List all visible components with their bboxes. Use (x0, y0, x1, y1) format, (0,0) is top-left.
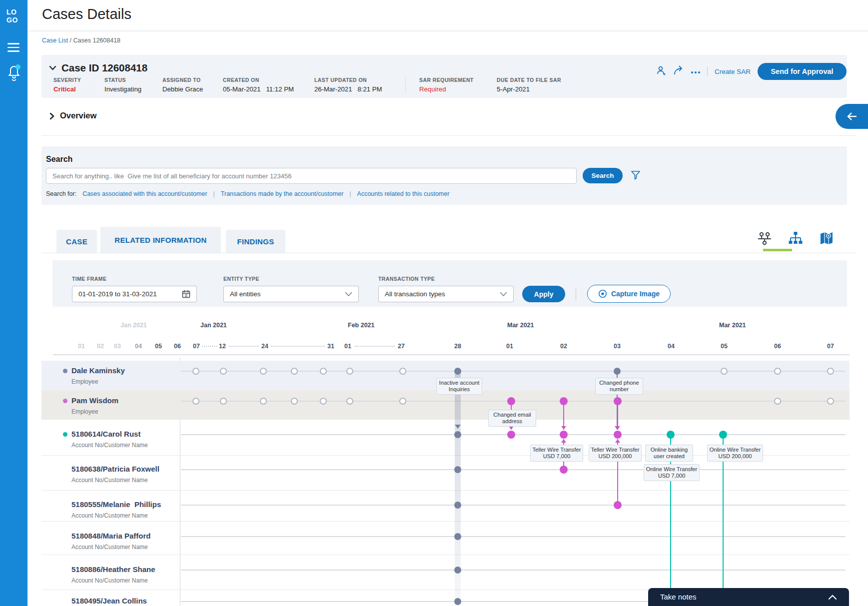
timeline-event-dot[interactable] (454, 502, 461, 509)
timeline-event-dot[interactable] (454, 533, 461, 540)
timeline-row-divider (41, 521, 850, 522)
timeline-event-dot[interactable] (507, 431, 515, 439)
axis-day-tick: 06 (774, 343, 781, 350)
timeline-marker[interactable] (320, 368, 327, 375)
entity-name[interactable]: 5180638/Patricia Foxwell (71, 465, 159, 473)
send-for-approval-button[interactable]: Send for Approval (758, 63, 847, 80)
timeline-marker[interactable] (220, 368, 227, 375)
timeline-marker[interactable] (192, 368, 199, 375)
timeline-event-dot[interactable] (454, 431, 461, 438)
timeline-event-label: Teller Wire Transfer USD 7,000 (530, 445, 583, 462)
map-view-icon[interactable] (811, 230, 842, 246)
timeline-marker[interactable] (827, 398, 834, 405)
timeline-marker[interactable] (220, 398, 227, 405)
tab-related-information[interactable]: RELATED INFORMATION (100, 227, 221, 253)
timeline-marker[interactable] (346, 398, 353, 405)
entity-subtitle: Account No/Customer Name (71, 577, 148, 584)
entity-name[interactable]: 5180495/Jean Collins (71, 597, 147, 605)
collapse-panel-arrow-button[interactable] (836, 104, 868, 129)
collapse-chevron-icon[interactable] (49, 65, 56, 70)
timeline-event-dot[interactable] (454, 567, 461, 574)
more-options-icon[interactable] (687, 67, 704, 76)
entity-name[interactable]: Dale Kaminsky (71, 366, 125, 375)
tab-findings[interactable]: FINDINGS (226, 230, 285, 253)
axis-day-tick: 27 (398, 343, 405, 350)
share-icon[interactable] (670, 65, 687, 77)
timeline-marker[interactable] (827, 368, 834, 375)
timeline-event-dot[interactable] (614, 397, 622, 405)
entity-track-line (181, 536, 846, 537)
timeline-marker[interactable] (399, 368, 406, 375)
create-sar-link[interactable]: Create SAR (715, 68, 751, 75)
timeline-marker[interactable] (291, 398, 298, 405)
entity-type-value: All entities (230, 290, 345, 298)
timeline-marker[interactable] (260, 398, 267, 405)
timeline-event-dot[interactable] (614, 368, 621, 375)
entity-track-line (181, 469, 846, 470)
tabs-bar: CASERELATED INFORMATIONFINDINGS (41, 227, 856, 253)
page-title: Cases Details (42, 6, 131, 22)
timeline-marker[interactable] (721, 368, 728, 375)
case-field: SAR REQUIREMENTRequired (405, 77, 497, 93)
breadcrumb-case-list-link[interactable]: Case List (42, 37, 68, 44)
arrow-up-icon (561, 439, 566, 443)
arrow-down-icon (615, 426, 620, 430)
hierarchy-view-icon[interactable] (780, 230, 811, 246)
app-logo[interactable]: LO GO (6, 8, 18, 24)
entity-name[interactable]: 5180886/Heather Shane (71, 565, 155, 574)
entity-track-line (181, 570, 846, 571)
timeline-event-dot[interactable] (454, 368, 461, 375)
timeline-marker[interactable] (192, 398, 199, 405)
timeline-event-dot[interactable] (560, 466, 568, 474)
timeline-event-dot[interactable] (614, 501, 622, 509)
search-link[interactable]: Accounts related to this customer (357, 190, 450, 197)
timeline-marker[interactable] (774, 368, 781, 375)
take-notes-bar[interactable]: Take notes (648, 588, 849, 606)
timeline-event-dot[interactable] (454, 466, 461, 473)
timeline-marker[interactable] (399, 398, 406, 405)
time-frame-field[interactable]: 01-01-2019 to 31-03-2021 (72, 286, 197, 302)
axis-dotted-segment (202, 346, 217, 347)
tab-case[interactable]: CASE (56, 230, 97, 253)
axis-day-tick: 28 (454, 343, 461, 350)
timeline-marker[interactable] (260, 368, 267, 375)
axis-month-label: Jan 2021 (200, 322, 227, 329)
notifications-bell-icon[interactable] (6, 61, 22, 81)
capture-image-button[interactable]: Capture Image (587, 285, 671, 303)
search-link[interactable]: Transactions made by the account/custome… (221, 190, 344, 197)
timeline-view-icon[interactable] (749, 230, 780, 246)
apply-button[interactable]: Apply (522, 286, 565, 302)
transaction-type-label: TRANSACTION TYPE (378, 276, 435, 282)
entity-name[interactable]: Pam Wisdom (71, 396, 118, 405)
entity-name[interactable]: 5180614/Carol Rust (71, 430, 140, 438)
entity-track-line (181, 505, 846, 506)
timeline-event-dot[interactable] (667, 431, 675, 439)
case-header-panel: Case ID 12608418 Create SAR Send for App… (41, 55, 847, 98)
entity-name[interactable]: 5180848/Maria Pafford (71, 532, 150, 540)
timeline-event-dot[interactable] (560, 397, 568, 405)
assign-user-icon[interactable] (653, 65, 670, 77)
search-button[interactable]: Search (583, 168, 623, 183)
transaction-type-select[interactable]: All transaction types (378, 286, 514, 302)
filter-funnel-icon[interactable] (631, 170, 641, 182)
timeline-marker[interactable] (320, 398, 327, 405)
entity-type-select[interactable]: All entities (223, 286, 359, 302)
timeline-event-dot[interactable] (454, 598, 461, 605)
timeline-event-dot[interactable] (560, 431, 568, 439)
menu-icon[interactable] (7, 43, 19, 52)
expand-chevron-icon[interactable] (49, 112, 54, 120)
search-link[interactable]: Cases associated with this account/custo… (82, 190, 207, 197)
timeline-marker[interactable] (774, 398, 781, 405)
timeline-event-dot[interactable] (614, 431, 622, 439)
entity-bullet (63, 369, 67, 373)
search-section: Search Search Search for:Cases associate… (41, 146, 847, 205)
entity-name[interactable]: 5180555/Melanie Phillips (71, 500, 161, 509)
timeline-event-dot[interactable] (719, 431, 727, 439)
axis-day-tick: 03 (114, 343, 121, 350)
timeline-marker[interactable] (291, 368, 298, 375)
timeline-marker[interactable] (346, 368, 353, 375)
case-field: SEVERITYCritical (53, 77, 104, 93)
search-input[interactable] (46, 168, 577, 184)
chevron-up-icon[interactable] (828, 595, 837, 600)
timeline-event-dot[interactable] (507, 397, 515, 405)
